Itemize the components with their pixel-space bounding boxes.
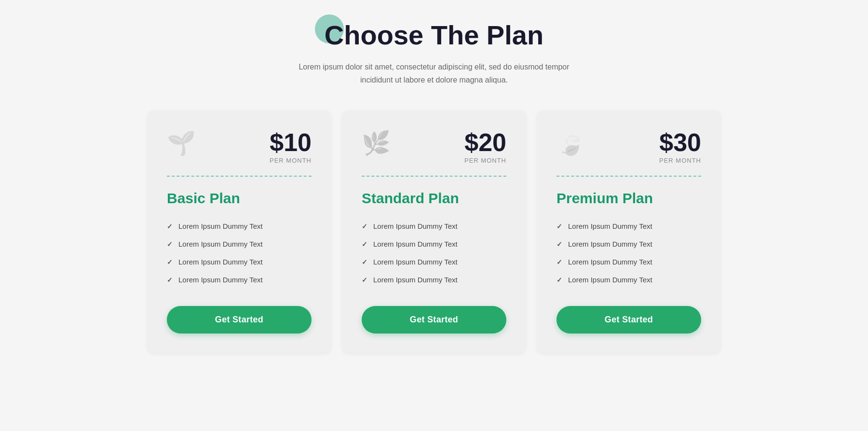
header-section: Choose The Plan Lorem ipsum dolor sit am… — [285, 19, 583, 86]
plan-icon-standard — [362, 130, 391, 155]
list-item: ✓Lorem Ipsum Dummy Text — [556, 217, 701, 235]
check-icon: ✓ — [362, 240, 367, 248]
plan-header-standard: $20 PER MONTH — [362, 130, 506, 164]
plan-card-premium: $30 PER MONTH Premium Plan ✓Lorem Ipsum … — [537, 111, 720, 353]
list-item: ✓Lorem Ipsum Dummy Text — [362, 253, 506, 271]
page-subtitle: Lorem ipsum dolor sit amet, consectetur … — [285, 60, 583, 86]
plan-name-standard: Standard Plan — [362, 190, 506, 207]
plan-name-basic: Basic Plan — [167, 190, 312, 207]
check-icon: ✓ — [167, 276, 173, 284]
check-icon: ✓ — [362, 258, 367, 266]
list-item: ✓Lorem Ipsum Dummy Text — [362, 235, 506, 253]
plan-name-premium: Premium Plan — [556, 190, 701, 207]
plan-price-wrapper-premium: $30 PER MONTH — [659, 130, 701, 164]
plan-price-basic: $10 — [270, 130, 312, 155]
list-item: ✓Lorem Ipsum Dummy Text — [167, 217, 312, 235]
list-item: ✓Lorem Ipsum Dummy Text — [556, 235, 701, 253]
plan-features-standard: ✓Lorem Ipsum Dummy Text ✓Lorem Ipsum Dum… — [362, 217, 506, 289]
plans-container: $10 PER MONTH Basic Plan ✓Lorem Ipsum Du… — [145, 111, 723, 353]
check-icon: ✓ — [556, 258, 562, 266]
check-icon: ✓ — [556, 276, 562, 284]
plan-card-standard: $20 PER MONTH Standard Plan ✓Lorem Ipsum… — [342, 111, 526, 353]
list-item: ✓Lorem Ipsum Dummy Text — [556, 271, 701, 289]
plan-header-premium: $30 PER MONTH — [556, 130, 701, 164]
plan-icon-premium — [556, 130, 585, 155]
plan-period-premium: PER MONTH — [659, 157, 701, 164]
list-item: ✓Lorem Ipsum Dummy Text — [167, 271, 312, 289]
check-icon: ✓ — [167, 222, 173, 230]
plan-price-premium: $30 — [659, 130, 701, 155]
plan-divider-premium — [556, 176, 701, 177]
plan-divider-basic — [167, 176, 312, 177]
check-icon: ✓ — [362, 276, 367, 284]
check-icon: ✓ — [556, 222, 562, 230]
list-item: ✓Lorem Ipsum Dummy Text — [362, 271, 506, 289]
plan-features-premium: ✓Lorem Ipsum Dummy Text ✓Lorem Ipsum Dum… — [556, 217, 701, 289]
page-title: Choose The Plan — [325, 19, 543, 51]
get-started-button-premium[interactable]: Get Started — [556, 306, 701, 334]
plan-period-standard: PER MONTH — [464, 157, 506, 164]
plan-price-wrapper-standard: $20 PER MONTH — [464, 130, 506, 164]
plan-icon-basic — [167, 130, 196, 155]
get-started-button-standard[interactable]: Get Started — [362, 306, 506, 334]
check-icon: ✓ — [556, 240, 562, 248]
plan-price-standard: $20 — [464, 130, 506, 155]
list-item: ✓Lorem Ipsum Dummy Text — [167, 235, 312, 253]
plan-price-wrapper-basic: $10 PER MONTH — [270, 130, 312, 164]
plan-card-basic: $10 PER MONTH Basic Plan ✓Lorem Ipsum Du… — [148, 111, 331, 353]
get-started-button-basic[interactable]: Get Started — [167, 306, 312, 334]
plan-divider-standard — [362, 176, 506, 177]
check-icon: ✓ — [167, 240, 173, 248]
plan-header-basic: $10 PER MONTH — [167, 130, 312, 164]
plan-features-basic: ✓Lorem Ipsum Dummy Text ✓Lorem Ipsum Dum… — [167, 217, 312, 289]
check-icon: ✓ — [167, 258, 173, 266]
list-item: ✓Lorem Ipsum Dummy Text — [556, 253, 701, 271]
check-icon: ✓ — [362, 222, 367, 230]
list-item: ✓Lorem Ipsum Dummy Text — [167, 253, 312, 271]
plan-period-basic: PER MONTH — [270, 157, 312, 164]
title-wrapper: Choose The Plan — [325, 19, 543, 51]
list-item: ✓Lorem Ipsum Dummy Text — [362, 217, 506, 235]
